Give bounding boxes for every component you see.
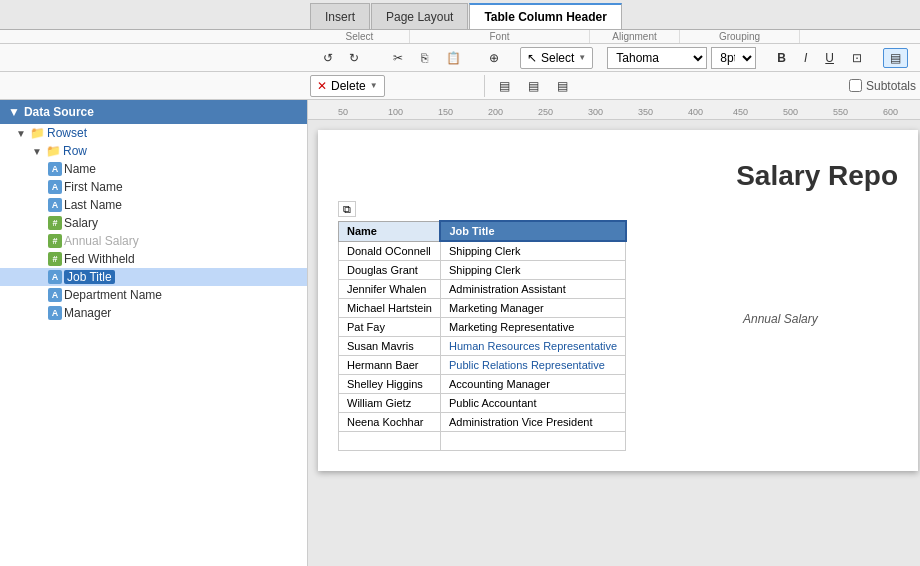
tab-bar: Insert Page Layout Table Column Header [0,0,920,30]
delete-dropdown[interactable]: ✕ Delete ▼ [310,75,385,97]
sidebar-item-fedwithheld[interactable]: # Fed Withheld [0,250,307,268]
sidebar: ▼ Data Source ▼ 📁 Rowset ▼ 📁 Row A Name [0,100,308,566]
undo-button[interactable]: ↺ [316,48,340,68]
folder-row-icon: 📁 [46,144,61,158]
font-size-select[interactable]: 8pt [711,47,756,69]
table-row: Hermann BaerPublic Relations Representat… [339,356,626,375]
table-row: Neena KochharAdministration Vice Preside… [339,413,626,432]
cell-jobtitle: Shipping Clerk [440,261,625,280]
field-a-firstname-icon: A [48,180,62,194]
firstname-label: First Name [64,180,123,194]
field-a-lastname-icon: A [48,198,62,212]
tab-tablecolumnheader[interactable]: Table Column Header [469,3,621,29]
toolbar-row-1: ↺ ↻ ✂ ⎘ 📋 ⊕ ↖ Select ▼ T [0,44,920,72]
cell-jobtitle: Administration Vice President [440,413,625,432]
sidebar-item-salary[interactable]: # Salary [0,214,307,232]
table-row-empty [339,432,626,451]
table-row: Shelley HigginsAccounting Manager [339,375,626,394]
cell-name: Neena Kochhar [339,413,441,432]
cell-name: Susan Mavris [339,337,441,356]
cell-empty-jobtitle [440,432,625,451]
sidebar-title: ▼ Data Source [0,100,307,124]
valign-bot-button[interactable]: ▤ [550,76,575,96]
sidebar-item-lastname[interactable]: A Last Name [0,196,307,214]
redo-button[interactable]: ↻ [342,48,366,68]
sidebar-item-jobtitle[interactable]: A Job Title [0,268,307,286]
select-dropdown[interactable]: ↖ Select ▼ [520,47,593,69]
paste-button[interactable]: 📋 [439,48,468,68]
field-hash-annualsalary-icon: # [48,234,62,248]
cell-name: Pat Fay [339,318,441,337]
expand-rowset-icon: ▼ [16,128,28,139]
underline-button[interactable]: U [818,48,841,68]
copy-icon: ⎘ [421,51,428,65]
sidebar-item-manager[interactable]: A Manager [0,304,307,322]
border-button[interactable]: ⊡ [845,48,869,68]
italic-button[interactable]: I [797,48,814,68]
subtotals-checkbox[interactable] [849,79,862,92]
cell-name: Douglas Grant [339,261,441,280]
folder-rowset-icon: 📁 [30,126,45,140]
align-left-button[interactable]: ▤ [883,48,908,68]
table-row: Donald OConnellShipping Clerk [339,241,626,261]
cell-jobtitle: Marketing Manager [440,299,625,318]
redo-icon: ↻ [349,51,359,65]
fedwithheld-label: Fed Withheld [64,252,135,266]
grouping-section-label: Grouping [680,30,800,43]
sidebar-item-rowset[interactable]: ▼ 📁 Rowset [0,124,307,142]
salary-label: Salary [64,216,98,230]
col-jobtitle-header[interactable]: Job Title [440,221,625,241]
valign-top-button[interactable]: ▤ [492,76,517,96]
valign-mid-icon: ▤ [528,79,539,93]
sidebar-item-firstname[interactable]: A First Name [0,178,307,196]
main-area: ▼ Data Source ▼ 📁 Rowset ▼ 📁 Row A Name [0,100,920,566]
sidebar-item-row[interactable]: ▼ 📁 Row [0,142,307,160]
table-row: Jennifer WhalenAdministration Assistant [339,280,626,299]
sep-9 [484,75,485,97]
cell-name: Hermann Baer [339,356,441,375]
cell-jobtitle: Administration Assistant [440,280,625,299]
copy-icon-area[interactable]: ⧉ [338,202,898,216]
field-a-jobtitle-icon: A [48,270,62,284]
bold-button[interactable]: B [770,48,793,68]
select-arrow-icon: ▼ [578,53,586,62]
ruler: 50 100 150 200 250 300 350 400 450 500 5… [308,100,920,120]
canvas-area[interactable]: 50 100 150 200 250 300 350 400 450 500 5… [308,100,920,566]
table-row: Michael HartsteinMarketing Manager [339,299,626,318]
cell-jobtitle: Accounting Manager [440,375,625,394]
special-paste-icon: ⊕ [489,51,499,65]
table-row: Susan MavrisHuman Resources Representati… [339,337,626,356]
cell-jobtitle: Public Accountant [440,394,625,413]
app-container: Insert Page Layout Table Column Header S… [0,0,920,566]
italic-icon: I [804,51,807,65]
subtotals-label[interactable]: Subtotals [849,79,916,93]
cell-name: Jennifer Whalen [339,280,441,299]
col-name-header[interactable]: Name [339,221,441,241]
sidebar-item-annualsalary[interactable]: # Annual Salary [0,232,307,250]
paste-icon: 📋 [446,51,461,65]
font-family-select[interactable]: Tahoma [607,47,707,69]
annual-salary-label: Annual Salary [743,312,818,326]
cell-jobtitle: Human Resources Representative [440,337,625,356]
sidebar-item-departmentname[interactable]: A Department Name [0,286,307,304]
field-a-manager-icon: A [48,306,62,320]
cell-jobtitle: Shipping Clerk [440,241,625,261]
valign-mid-button[interactable]: ▤ [521,76,546,96]
field-hash-fedwithheld-icon: # [48,252,62,266]
copy-icon[interactable]: ⧉ [338,201,356,217]
sidebar-item-name[interactable]: A Name [0,160,307,178]
manager-label: Manager [64,306,111,320]
cell-jobtitle: Marketing Representative [440,318,625,337]
align-center-button[interactable]: ▤ [912,48,920,68]
cut-button[interactable]: ✂ [386,48,410,68]
special-paste-button[interactable]: ⊕ [482,48,506,68]
expand-all-icon: ▼ [8,105,20,119]
copy-button[interactable]: ⎘ [414,48,435,68]
tab-pagelayout[interactable]: Page Layout [371,3,468,29]
table-container: Name Job Title Donald OConnellShipping C… [338,220,898,451]
section-labels: Select Font Alignment Grouping [0,30,920,44]
report-title: Salary Repo [338,150,898,202]
toolbar-row-2: ✕ Delete ▼ ▤ ▤ ▤ Subtotals [0,72,920,100]
tab-insert[interactable]: Insert [310,3,370,29]
select-section-label: Select [310,30,410,43]
